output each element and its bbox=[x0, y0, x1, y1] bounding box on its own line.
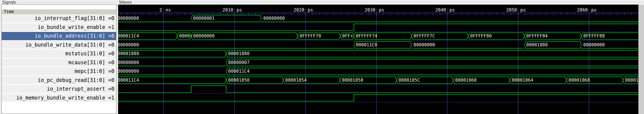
wave-row-mstatus: 0000188800001880 bbox=[118, 50, 638, 57]
wave-area[interactable]: 2ns2010ps2020ps2030ps2040ps2050ps2060ps0… bbox=[118, 5, 638, 114]
value-label: 2050 bbox=[506, 8, 517, 13]
value-label: 0FFFFF7C bbox=[414, 33, 435, 39]
value-label: 00000000 bbox=[193, 33, 214, 39]
value-label: 00000000 bbox=[414, 42, 435, 47]
value-label: 80000007 bbox=[228, 60, 250, 65]
value-label: ps bbox=[379, 8, 384, 13]
signal-row[interactable]: mepc[31:0] =0 bbox=[2, 67, 116, 76]
wave-row-io_bundle_write_enable bbox=[118, 24, 638, 31]
wave-row-mepc: 00000000000011C4 bbox=[118, 68, 638, 75]
wave-row-io_bundle_write_data: 00000000000011C0000000000000188800000000 bbox=[118, 42, 638, 49]
value-label: 00001058 bbox=[342, 78, 363, 83]
time-column-header[interactable]: Time bbox=[2, 9, 116, 14]
value-label: 00001880 bbox=[228, 51, 250, 56]
timescale-label: 2ns bbox=[159, 8, 171, 13]
value-label: 00000000 bbox=[118, 60, 139, 65]
timescale-label: 2010ps bbox=[222, 8, 242, 13]
value-label: ps bbox=[520, 8, 526, 13]
signal-row[interactable]: mstatus[31:0] =0 bbox=[2, 49, 116, 58]
value-label: ps bbox=[308, 8, 313, 13]
signals-title-groove bbox=[18, 2, 116, 3]
value-label: 2010 bbox=[222, 8, 233, 13]
signal-row[interactable]: io_bundle_write_data[31:0] =0 bbox=[2, 41, 116, 50]
value-label: 0000+ bbox=[179, 33, 192, 39]
value-label: 2030 bbox=[364, 8, 375, 13]
value-label: 0FFFFF88 bbox=[583, 33, 605, 39]
wave-row-io_pc_debug_read: 000011C40000105000001054000010580000105C… bbox=[118, 77, 638, 84]
value-label: 00001050 bbox=[228, 78, 250, 83]
value-label: 0FFFFF80 bbox=[470, 33, 492, 39]
value-label: 00001054 bbox=[285, 78, 306, 83]
value-label: 00000000 bbox=[118, 16, 139, 21]
wave-row-io_interrupt_flag: 000000000000000100000000 bbox=[118, 15, 638, 22]
signal-row[interactable]: io_pc_debug_read[31:0] =0 bbox=[2, 76, 116, 85]
value-label: ns bbox=[166, 8, 171, 13]
value-label: 2060 bbox=[577, 8, 588, 13]
value-label: 0000105C bbox=[398, 78, 420, 83]
waves-title: Waves bbox=[119, 0, 134, 5]
signal-row[interactable]: io_bundle_address[31:0] =0 bbox=[2, 32, 116, 41]
value-label: 00001888 bbox=[118, 51, 139, 56]
timescale-label: 2020ps bbox=[294, 8, 313, 13]
value-label: 2 bbox=[159, 8, 162, 13]
wave-row-io_interrupt_assert bbox=[118, 86, 638, 92]
value-label: 2020 bbox=[294, 8, 304, 13]
value-label: 000011C4 bbox=[118, 78, 139, 83]
signal-row[interactable]: io_interrupt_assert =0 bbox=[2, 85, 116, 94]
waves-scrollbar[interactable] bbox=[638, 5, 644, 114]
wave-row-io_memory_bundle_write_enable bbox=[118, 95, 638, 101]
value-label: 0FFFFF84 bbox=[526, 33, 548, 39]
value-label: 000011C0 bbox=[356, 42, 377, 47]
wave-canvas[interactable]: 2ns2010ps2020ps2030ps2040ps2050ps2060ps0… bbox=[118, 5, 638, 114]
value-label: 00000000 bbox=[118, 42, 139, 47]
value-label: 00001 bbox=[625, 78, 638, 83]
signals-title: Signals bbox=[2, 0, 18, 5]
value-label: 00000001 bbox=[193, 16, 214, 21]
waves-frame-title: Waves bbox=[119, 0, 643, 4]
wave-row-mcause: 0000000080000007 bbox=[118, 59, 638, 66]
timescale-label: 2050ps bbox=[506, 8, 526, 13]
signal-row[interactable]: io_bundle_write_enable =1 bbox=[2, 23, 116, 32]
value-label: 00000000 bbox=[583, 42, 605, 47]
signal-row[interactable]: io_interrupt_flag[31:0] =0 bbox=[2, 14, 116, 23]
value-label: 00001064 bbox=[512, 78, 533, 83]
value-label: 00000000 bbox=[118, 69, 139, 74]
value-label: 00000000 bbox=[263, 16, 285, 21]
value-label: 000011C4 bbox=[228, 69, 250, 74]
value-label: 0FF+ bbox=[342, 33, 353, 39]
signal-row[interactable]: mcause[31:0] =0 bbox=[2, 58, 116, 67]
wave-row-io_bundle_address: 000011C40000+000000000FFFFF700FF+0FFFFF7… bbox=[118, 33, 638, 40]
timescale-label: 2060ps bbox=[577, 8, 596, 13]
value-label: 00001888 bbox=[526, 42, 548, 47]
value-label: ps bbox=[236, 8, 242, 13]
waves-title-groove bbox=[134, 2, 643, 3]
value-label: 00001060 bbox=[455, 78, 476, 83]
timescale-label: 2040ps bbox=[435, 8, 455, 13]
value-label: 2040 bbox=[435, 8, 446, 13]
value-label: 0FFFFF70 bbox=[300, 33, 321, 39]
value-label: 0FFFFF74 bbox=[356, 33, 377, 39]
signal-row[interactable]: io_memory_bundle_write_enable =1 bbox=[2, 94, 116, 102]
signals-frame-title: Signals bbox=[2, 0, 116, 4]
value-label: 000011C4 bbox=[118, 33, 139, 39]
timescale-label: 2030ps bbox=[364, 8, 384, 13]
value-label: ps bbox=[591, 8, 596, 13]
value-label: ps bbox=[450, 8, 455, 13]
value-label: 00001068 bbox=[568, 78, 590, 83]
